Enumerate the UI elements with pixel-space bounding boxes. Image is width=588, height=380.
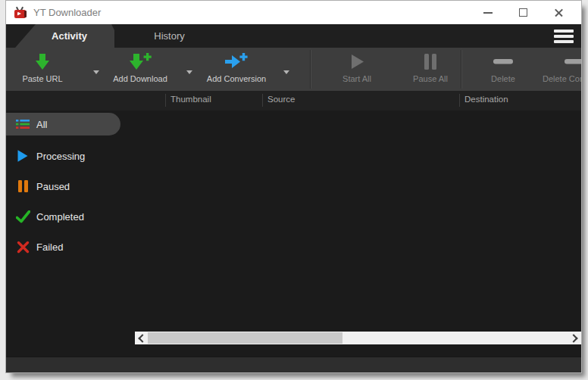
tabbar: Activity History <box>6 24 581 48</box>
tab-activity-label: Activity <box>52 30 87 42</box>
horizontal-scrollbar[interactable] <box>135 332 581 344</box>
toolbar-separator <box>310 50 311 89</box>
chevron-left-icon <box>138 334 146 342</box>
delete-button[interactable]: Delete <box>474 53 532 83</box>
column-separator <box>262 94 263 107</box>
app-logo-icon <box>14 8 27 18</box>
scrollbar-thumb[interactable] <box>148 332 342 344</box>
close-button[interactable] <box>541 1 577 24</box>
scroll-right-button[interactable] <box>568 332 581 344</box>
start-all-label: Start All <box>342 74 371 83</box>
add-download-button[interactable]: Add Download <box>104 53 177 83</box>
sidebar-item-all[interactable]: All <box>6 113 120 135</box>
sidebar-item-paused-label: Paused <box>36 181 70 192</box>
column-separator <box>165 94 166 107</box>
add-download-dropdown-caret[interactable] <box>186 70 192 74</box>
close-icon <box>554 8 564 17</box>
add-conversion-dropdown-caret[interactable] <box>283 70 289 74</box>
chevron-right-icon <box>569 334 577 342</box>
column-thumbnail: Thumbnail <box>170 95 211 104</box>
minus-icon <box>493 53 514 71</box>
add-conversion-label: Add Conversion <box>207 74 266 83</box>
delete-label: Delete <box>491 74 515 83</box>
window-title: YT Downloader <box>33 7 101 18</box>
delete-completed-button[interactable]: Delete Con <box>543 53 581 83</box>
add-download-label: Add Download <box>113 74 167 83</box>
window-controls <box>470 1 577 24</box>
paste-url-dropdown-caret[interactable] <box>93 70 99 74</box>
column-source: Source <box>267 95 295 104</box>
paste-url-label: Paste URL <box>22 74 62 83</box>
menu-button[interactable] <box>552 28 576 45</box>
maximize-button[interactable] <box>505 1 541 24</box>
pause-all-label: Pause All <box>413 74 448 83</box>
maximize-icon <box>519 8 527 17</box>
toolbar-separator <box>461 50 462 89</box>
blue-play-icon <box>15 149 30 163</box>
pause-all-button[interactable]: Pause All <box>402 53 459 83</box>
blue-right-arrow-plus-icon <box>224 53 249 71</box>
orange-pause-icon <box>15 179 30 193</box>
green-down-arrow-plus-icon <box>129 53 152 71</box>
minus-icon <box>564 53 581 71</box>
tab-history[interactable]: History <box>126 24 213 48</box>
start-all-button[interactable]: Start All <box>328 53 386 83</box>
hamburger-icon <box>554 30 574 33</box>
minimize-button[interactable] <box>470 1 505 24</box>
download-list-area: All Processing Paused Completed <box>6 111 581 344</box>
play-icon <box>349 53 365 71</box>
pause-icon <box>424 53 437 71</box>
tab-history-label: History <box>154 30 184 42</box>
minimize-icon <box>483 12 493 14</box>
sidebar-item-processing-label: Processing <box>36 151 85 162</box>
column-destination: Destination <box>464 95 508 104</box>
scroll-left-button[interactable] <box>135 332 148 344</box>
sidebar-item-failed-label: Failed <box>36 241 63 253</box>
sidebar-item-processing[interactable]: Processing <box>6 145 85 167</box>
tab-activity[interactable]: Activity <box>15 24 114 48</box>
paste-url-button[interactable]: Paste URL <box>14 53 71 83</box>
status-strip <box>6 357 581 372</box>
sidebar-item-failed[interactable]: Failed <box>6 235 63 258</box>
titlebar: YT Downloader <box>6 1 581 24</box>
colored-list-icon <box>15 119 30 129</box>
sidebar-item-completed-label: Completed <box>36 211 84 223</box>
sidebar-item-all-label: All <box>36 119 47 130</box>
column-separator <box>459 94 460 107</box>
add-conversion-button[interactable]: Add Conversion <box>200 53 273 83</box>
green-down-arrow-icon <box>34 53 51 71</box>
sidebar-item-paused[interactable]: Paused <box>6 175 70 198</box>
app-window: YT Downloader Activity History Paste URL <box>5 0 582 373</box>
green-check-icon <box>15 210 30 223</box>
delete-completed-label: Delete Con <box>543 74 581 83</box>
red-x-icon <box>15 241 30 254</box>
toolbar: Paste URL Add Download Add Conversion <box>6 48 581 91</box>
sidebar-item-completed[interactable]: Completed <box>6 205 84 228</box>
table-header: Thumbnail Source Destination <box>6 91 581 111</box>
